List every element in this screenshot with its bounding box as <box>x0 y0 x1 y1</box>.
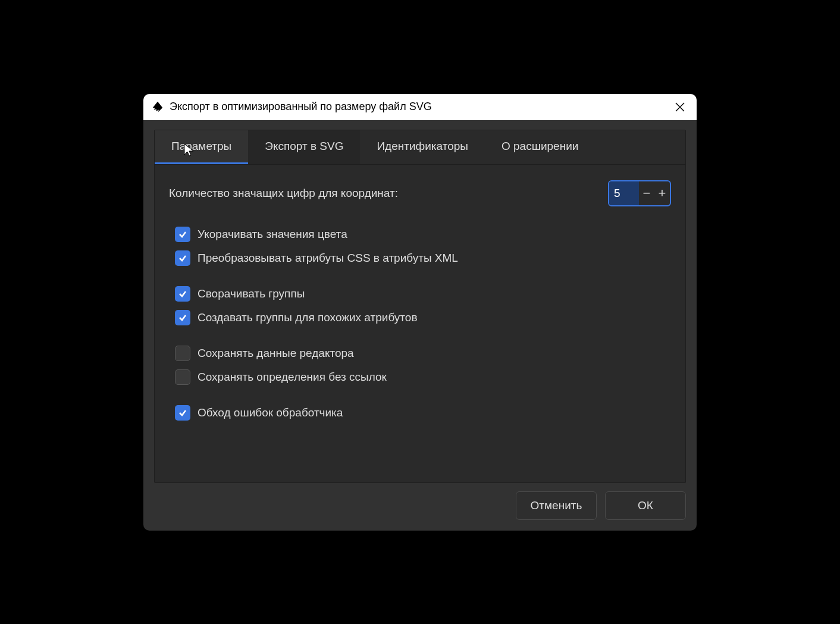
close-icon <box>675 102 685 112</box>
check-icon <box>178 289 187 299</box>
tab-export-svg[interactable]: Экспорт в SVG <box>248 130 360 164</box>
ok-button[interactable]: ОК <box>605 491 686 520</box>
checkbox-keep-unref-defs[interactable] <box>175 369 190 385</box>
option-create-groups: Создавать группы для похожих атрибутов <box>169 310 671 325</box>
label-shorten-colors[interactable]: Укорачивать значения цвета <box>198 228 347 241</box>
option-keep-unref-defs: Сохранять определения без ссылок <box>169 369 671 385</box>
sig-digits-input[interactable] <box>609 181 639 205</box>
label-keep-editor-data[interactable]: Сохранять данные редактора <box>198 347 354 360</box>
checkbox-workaround-bugs[interactable] <box>175 405 190 421</box>
content-panel: Параметры Экспорт в SVG Идентификаторы О… <box>154 130 686 483</box>
option-shorten-colors: Укорачивать значения цвета <box>169 227 671 242</box>
spinner-increment[interactable]: + <box>654 181 670 205</box>
export-dialog: Экспорт в оптимизированный по размеру фа… <box>143 94 697 531</box>
sig-digits-spinner: − + <box>608 180 671 206</box>
checkbox-shorten-colors[interactable] <box>175 227 190 242</box>
option-workaround-bugs: Обход ошибок обработчика <box>169 405 671 421</box>
titlebar: Экспорт в оптимизированный по размеру фа… <box>143 94 697 120</box>
checkbox-collapse-groups[interactable] <box>175 286 190 302</box>
sig-digits-label: Количество значащих цифр для координат: <box>169 187 398 200</box>
tab-options[interactable]: Параметры <box>155 130 248 164</box>
close-button[interactable] <box>670 98 689 117</box>
inkscape-icon <box>151 100 165 114</box>
check-icon <box>178 253 187 263</box>
sig-digits-row: Количество значащих цифр для координат: … <box>169 180 671 206</box>
dialog-button-row: Отменить ОК <box>154 491 686 520</box>
tab-identifiers[interactable]: Идентификаторы <box>360 130 485 164</box>
label-workaround-bugs[interactable]: Обход ошибок обработчика <box>198 406 343 419</box>
tab-about[interactable]: О расширении <box>485 130 595 164</box>
check-icon <box>178 408 187 418</box>
label-keep-unref-defs[interactable]: Сохранять определения без ссылок <box>198 371 387 384</box>
tab-content-options: Количество значащих цифр для координат: … <box>155 165 685 482</box>
check-icon <box>178 230 187 239</box>
checkbox-keep-editor-data[interactable] <box>175 346 190 361</box>
tab-bar: Параметры Экспорт в SVG Идентификаторы О… <box>155 130 685 165</box>
cancel-button[interactable]: Отменить <box>516 491 597 520</box>
option-collapse-groups: Сворачивать группы <box>169 286 671 302</box>
option-css-to-xml: Преобразовывать атрибуты CSS в атрибуты … <box>169 250 671 266</box>
dialog-body: Параметры Экспорт в SVG Идентификаторы О… <box>143 120 697 531</box>
spinner-decrement[interactable]: − <box>639 181 654 205</box>
dialog-title: Экспорт в оптимизированный по размеру фа… <box>170 101 670 113</box>
label-create-groups[interactable]: Создавать группы для похожих атрибутов <box>198 311 418 324</box>
option-keep-editor-data: Сохранять данные редактора <box>169 346 671 361</box>
check-icon <box>178 313 187 322</box>
checkbox-create-groups[interactable] <box>175 310 190 325</box>
label-collapse-groups[interactable]: Сворачивать группы <box>198 287 305 300</box>
label-css-to-xml[interactable]: Преобразовывать атрибуты CSS в атрибуты … <box>198 252 458 265</box>
checkbox-css-to-xml[interactable] <box>175 250 190 266</box>
